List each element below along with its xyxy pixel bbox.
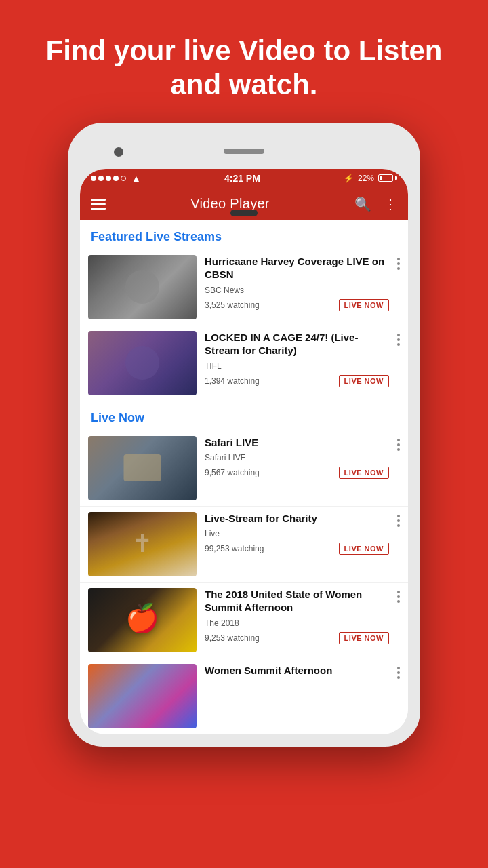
more-button-4[interactable]: [397, 512, 400, 527]
stream-info-2: LOCKED IN A CAGE 24/7! (Live-Stream for …: [205, 331, 389, 387]
stream-watchers-2: 1,394 watching: [205, 376, 260, 386]
bluetooth-icon: ⚡: [344, 174, 354, 183]
live-badge-4[interactable]: LIVE NOW: [339, 542, 389, 555]
section-live-now: Live Now Safari LIVE Safari LIVE 9,567 w…: [80, 401, 408, 734]
stream-source-5: The 2018: [205, 618, 389, 628]
signal-dot-3: [106, 176, 111, 181]
stream-title-3: Safari LIVE: [205, 436, 389, 450]
stream-info-3: Safari LIVE Safari LIVE 9,567 watching L…: [205, 436, 389, 479]
battery-indicator: [378, 174, 397, 182]
status-bar: ▲ 4:21 PM ⚡ 22%: [80, 169, 408, 188]
signal-dot-4: [113, 176, 119, 181]
stream-thumbnail-4: ✝: [88, 512, 197, 576]
stream-thumbnail-5: 🍎: [88, 588, 197, 652]
stream-info-5: The 2018 United State of Women Summit Af…: [205, 588, 389, 644]
app-title: Video Player: [190, 196, 270, 212]
list-item[interactable]: LOCKED IN A CAGE 24/7! (Live-Stream for …: [80, 326, 408, 401]
signal-dot-5: [121, 176, 126, 181]
stream-watchers-1: 3,525 watching: [205, 300, 260, 310]
list-item[interactable]: Women Summit Afternoon: [80, 658, 408, 734]
battery-percent: 22%: [358, 174, 374, 183]
phone-camera: [114, 147, 123, 157]
hamburger-button[interactable]: [91, 199, 106, 210]
stream-source-2: TIFL: [205, 361, 389, 371]
more-vert-icon[interactable]: ⋮: [384, 196, 397, 212]
list-item[interactable]: ✝ Live-Stream for Charity Live 99,253 wa…: [80, 507, 408, 583]
stream-thumbnail-3: [88, 436, 197, 500]
live-badge-1[interactable]: LIVE NOW: [339, 299, 389, 311]
hero-text: Find your live Video to Listen and watch…: [0, 0, 488, 123]
stream-title-6: Women Summit Afternoon: [205, 664, 389, 677]
stream-thumbnail-2: [88, 331, 197, 395]
stream-title-4: Live-Stream for Charity: [205, 512, 389, 526]
list-item[interactable]: 🍎 The 2018 United State of Women Summit …: [80, 583, 408, 658]
stream-source-1: SBC News: [205, 285, 389, 295]
stream-info-1: Hurricaane Harvey Coverage LIVE on CBSN …: [205, 255, 389, 311]
stream-watchers-3: 9,567 watching: [205, 468, 260, 477]
stream-info-4: Live-Stream for Charity Live 99,253 watc…: [205, 512, 389, 555]
stream-title-5: The 2018 United State of Women Summit Af…: [205, 588, 389, 614]
stream-source-4: Live: [205, 529, 389, 538]
live-badge-2[interactable]: LIVE NOW: [339, 375, 389, 387]
content-area: Featured Live Streams Hurricaane Harvey …: [80, 220, 408, 734]
stream-watchers-5: 9,253 watching: [205, 633, 260, 643]
list-item[interactable]: Safari LIVE Safari LIVE 9,567 watching L…: [80, 431, 408, 507]
stream-watchers-4: 99,253 watching: [205, 544, 264, 553]
stream-info-6: Women Summit Afternoon: [205, 664, 389, 682]
signal-dot-2: [98, 176, 104, 181]
stream-source-3: Safari LIVE: [205, 453, 389, 462]
live-badge-5[interactable]: LIVE NOW: [339, 632, 389, 644]
section-title-live-now: Live Now: [80, 401, 408, 431]
stream-thumbnail-6: [88, 664, 197, 728]
phone-top-bar: [80, 135, 408, 169]
more-button-3[interactable]: [397, 436, 400, 451]
search-icon[interactable]: 🔍: [354, 196, 371, 212]
list-item[interactable]: Hurricaane Harvey Coverage LIVE on CBSN …: [80, 250, 408, 326]
phone-speaker: [224, 149, 264, 154]
phone-container: ▲ 4:21 PM ⚡ 22% Video Player: [68, 123, 420, 747]
live-badge-3[interactable]: LIVE NOW: [339, 467, 389, 479]
more-button-2[interactable]: [397, 331, 400, 346]
more-button-6[interactable]: [397, 664, 400, 679]
signal-dot-1: [91, 176, 96, 181]
section-featured: Featured Live Streams Hurricaane Harvey …: [80, 220, 408, 401]
phone-earpiece: [230, 210, 258, 216]
more-button-1[interactable]: [397, 255, 400, 270]
more-button-5[interactable]: [397, 588, 400, 603]
stream-thumbnail-1: [88, 255, 197, 319]
status-time: 4:21 PM: [224, 173, 260, 184]
stream-title-2: LOCKED IN A CAGE 24/7! (Live-Stream for …: [205, 331, 389, 357]
wifi-icon: ▲: [131, 173, 141, 184]
section-title-featured: Featured Live Streams: [80, 220, 408, 250]
stream-title-1: Hurricaane Harvey Coverage LIVE on CBSN: [205, 255, 389, 281]
